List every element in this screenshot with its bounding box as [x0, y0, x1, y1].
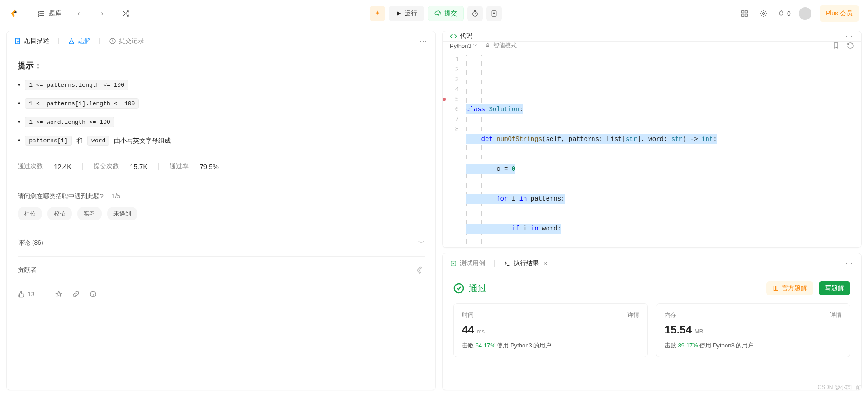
feedback-button[interactable] — [90, 291, 97, 298]
grid-icon — [741, 9, 749, 18]
star-icon — [55, 291, 62, 298]
beat-pct: 64.17% — [476, 342, 495, 349]
memory-detail[interactable]: 详情 — [830, 311, 842, 319]
timer-icon — [472, 10, 479, 17]
constraint-code: 1 <= patterns[i].length <= 100 — [25, 98, 139, 109]
official-solution-button[interactable]: 官方题解 — [766, 281, 813, 295]
tab-submissions[interactable]: 提交记录 — [109, 37, 144, 45]
pass-text: 通过 — [469, 282, 487, 295]
svg-point-6 — [763, 12, 765, 14]
like-count: 13 — [28, 291, 35, 298]
constraint-text: 和 — [76, 137, 83, 145]
beat-suffix: 使用 Python3 的用户 — [495, 342, 552, 349]
write-solution-button[interactable]: 写题解 — [819, 281, 850, 295]
more-button[interactable]: ⋯ — [845, 31, 854, 41]
code-tab-label: 代码 — [460, 32, 472, 40]
close-result-button[interactable]: × — [543, 260, 547, 267]
memory-beat: 击败 89.17% 使用 Python3 的用户 — [665, 342, 842, 350]
memory-unit: MB — [694, 328, 703, 335]
check-circle-icon — [453, 283, 464, 294]
thumbs-up-icon — [18, 291, 25, 298]
more-button[interactable]: ⋯ — [845, 258, 854, 268]
tab-result-label: 执行结果 — [514, 259, 539, 267]
reset-button[interactable] — [847, 42, 854, 49]
smart-mode[interactable]: 智能模式 — [485, 42, 517, 50]
bookmark-button[interactable] — [832, 42, 840, 49]
shuffle-button[interactable] — [119, 7, 132, 20]
rate-value: 79.5% — [199, 163, 219, 170]
tab-solution[interactable]: 题解 — [68, 37, 90, 45]
constraint-code: 1 <= word.length <= 100 — [25, 117, 114, 127]
code-tab[interactable]: 代码 — [450, 32, 472, 40]
breakpoint-icon[interactable] — [442, 98, 446, 101]
tab-testcases[interactable]: 测试用例 — [450, 259, 485, 267]
share-button[interactable] — [72, 291, 80, 298]
nav-problems[interactable]: 题库 — [37, 9, 61, 18]
info-icon — [90, 291, 97, 298]
book-icon — [773, 285, 779, 291]
survey-option[interactable]: 实习 — [77, 207, 102, 220]
svg-rect-4 — [742, 14, 744, 16]
time-label: 时间 — [462, 311, 474, 319]
comments-row[interactable]: 评论 (86) ﹀ — [18, 230, 425, 256]
streak[interactable]: 0 — [777, 9, 791, 18]
survey: 请问您在哪类招聘中遇到此题? 1/5 社招 校招 实习 未遇到 — [18, 183, 425, 220]
contributors-row[interactable]: 贡献者 — [18, 256, 425, 284]
run-button[interactable]: 运行 — [389, 6, 424, 21]
svg-rect-2 — [742, 11, 744, 13]
constraint-item: 1 <= word.length <= 100 — [18, 117, 425, 127]
constraint-item: 1 <= patterns.length <= 100 — [18, 80, 425, 90]
notes-button[interactable] — [486, 6, 502, 21]
premium-hint-button[interactable] — [370, 6, 385, 21]
favorite-button[interactable] — [55, 291, 62, 298]
time-beat: 击败 64.17% 使用 Python3 的用户 — [462, 342, 639, 350]
gutter: 12345678 — [443, 50, 462, 248]
document-icon — [14, 38, 21, 45]
code-icon — [450, 33, 457, 40]
stats-row: 通过次数 12.4K 提交次数 15.7K 通过率 79.5% — [18, 162, 425, 170]
hints-title: 提示： — [18, 60, 425, 71]
code-editor[interactable]: 12345678 class Solution: def numOfString… — [443, 50, 861, 248]
nav-center: 运行 提交 — [132, 6, 739, 21]
plus-button[interactable]: Plus 会员 — [820, 5, 859, 22]
gear-icon — [760, 9, 768, 18]
more-button[interactable]: ⋯ — [419, 36, 428, 46]
prev-problem-button[interactable]: ‹ — [72, 7, 85, 20]
time-detail[interactable]: 详情 — [627, 311, 639, 319]
tab-result[interactable]: 执行结果 × — [504, 259, 547, 267]
avatar[interactable] — [799, 7, 811, 20]
problem-body: 提示： 1 <= patterns.length <= 100 1 <= pat… — [7, 51, 435, 390]
like-button[interactable]: 13 — [18, 291, 35, 298]
submit-button[interactable]: 提交 — [428, 6, 464, 21]
upload-cloud-icon — [434, 10, 442, 17]
next-problem-button[interactable]: › — [96, 7, 108, 20]
survey-option[interactable]: 校招 — [47, 207, 72, 220]
list-icon — [37, 9, 45, 18]
logo[interactable] — [9, 9, 19, 19]
write-solution-label: 写题解 — [825, 284, 844, 292]
flask-icon — [68, 38, 75, 45]
tab-testcases-label: 测试用例 — [460, 259, 485, 267]
apps-button[interactable] — [739, 8, 750, 19]
constraint-text: 由小写英文字母组成 — [114, 137, 171, 145]
settings-button[interactable] — [758, 8, 769, 19]
watermark: CSDN @小软日酷 — [817, 384, 862, 391]
top-nav: 题库 ‹ › 运行 提交 — [0, 0, 868, 27]
memory-card[interactable]: 内存 详情 15.54 MB 击败 89.17% 使用 Python3 的用户 — [656, 303, 850, 357]
timer-button[interactable] — [467, 6, 483, 21]
toolbar-right — [832, 42, 854, 49]
language-select[interactable]: Python3 ﹀ — [450, 42, 478, 49]
chevron-down-icon: ﹀ — [473, 42, 478, 49]
divider — [158, 163, 159, 170]
code-area[interactable]: class Solution: def numOfStrings(self, p… — [462, 50, 861, 248]
tab-description[interactable]: 题目描述 — [14, 37, 49, 45]
code-toolbar: Python3 ﹀ 智能模式 — [443, 42, 861, 50]
svg-rect-10 — [486, 46, 489, 48]
code-header: 代码 ⋯ — [443, 31, 861, 42]
plus-label: Plus 会员 — [826, 9, 853, 18]
pass-row: 通过 官方题解 写题解 — [453, 281, 850, 295]
survey-option[interactable]: 社招 — [18, 207, 42, 220]
smart-mode-label: 智能模式 — [493, 42, 517, 50]
time-card[interactable]: 时间 详情 44 ms 击败 64.17% 使用 Python3 的用户 — [453, 303, 648, 357]
survey-option[interactable]: 未遇到 — [107, 207, 137, 220]
